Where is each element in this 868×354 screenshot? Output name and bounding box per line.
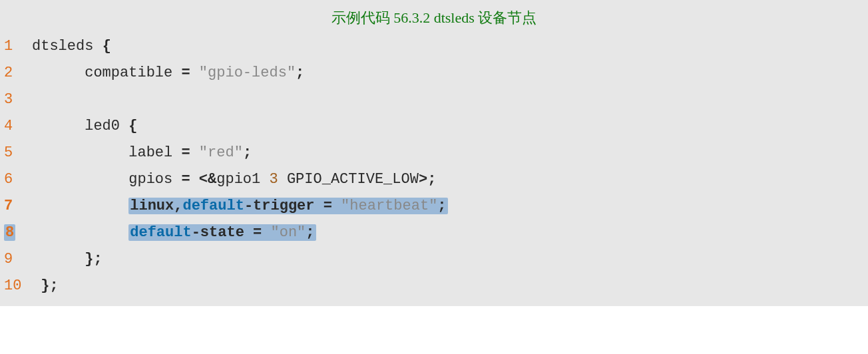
identifier: state: [200, 224, 253, 241]
code-content: label = "red";: [28, 140, 252, 166]
indent: [32, 171, 128, 188]
indent: [32, 251, 85, 267]
example-title: 示例代码 56.3.2 dtsleds 设备节点: [0, 5, 868, 33]
identifier: label: [128, 144, 181, 161]
selection-highlight: linux,default-trigger = "heartbeat";: [128, 198, 447, 214]
dash: -: [244, 198, 253, 214]
identifier: dtsleds: [32, 38, 103, 55]
code-content: gpios = <&gpio1 3 GPIO_ACTIVE_LOW>;: [28, 166, 436, 193]
identifier: gpio1: [216, 171, 269, 188]
angle-open: <&: [199, 171, 216, 188]
line-number-text: 8: [4, 224, 15, 241]
semicolon: ;: [437, 198, 446, 214]
code-line: 3: [0, 87, 868, 113]
code-line: 5 label = "red";: [0, 140, 868, 166]
identifier: led0: [85, 118, 128, 134]
indent: [32, 198, 128, 214]
code-line: 6 gpios = <&gpio1 3 GPIO_ACTIVE_LOW>;: [0, 166, 868, 193]
identifier: trigger: [253, 198, 324, 214]
string-literal: "gpio-leds": [199, 65, 296, 81]
code-content: default-state = "on";: [28, 220, 316, 246]
line-number: 10: [0, 273, 28, 299]
keyword: default: [130, 224, 191, 241]
brace-close: };: [41, 277, 58, 294]
line-number: 6: [0, 166, 28, 193]
line-number: 4: [0, 113, 28, 140]
code-line-selected: 7 linux,default-trigger = "heartbeat";: [0, 193, 868, 220]
space: [278, 171, 287, 188]
code-content: };: [28, 273, 59, 299]
operator: =: [253, 224, 270, 241]
code-content: linux,default-trigger = "heartbeat";: [28, 193, 448, 220]
brace: {: [103, 38, 111, 55]
string-literal: "red": [199, 144, 243, 161]
line-number: 5: [0, 140, 28, 166]
identifier: gpios: [128, 171, 181, 188]
code-content: led0 {: [28, 113, 137, 140]
indent: [32, 144, 128, 161]
code-content: };: [28, 246, 103, 273]
semicolon: ;: [306, 224, 314, 241]
selection-highlight: default-state = "on";: [128, 224, 316, 241]
identifier: compatible: [85, 65, 181, 81]
comma: ,: [174, 198, 182, 214]
indent: [32, 277, 41, 294]
indent: [32, 118, 85, 134]
line-number: 2: [0, 60, 28, 87]
macro: GPIO_ACTIVE_LOW: [287, 171, 419, 188]
code-line: 9 };: [0, 246, 868, 273]
code-content: dtsleds {: [28, 33, 111, 60]
keyword: default: [182, 198, 244, 214]
angle-close: >;: [419, 171, 436, 188]
code-content: compatible = "gpio-leds";: [28, 60, 304, 87]
code-line: 10 };: [0, 273, 868, 299]
string-literal: "heartbeat": [341, 198, 437, 214]
indent: [32, 65, 85, 81]
number-literal: 3: [269, 171, 278, 188]
identifier: linux: [130, 198, 174, 214]
operator: =: [181, 65, 198, 81]
brace: {: [128, 118, 137, 134]
semicolon: ;: [243, 144, 252, 161]
operator: =: [181, 144, 198, 161]
code-line-selected: 8 default-state = "on";: [0, 220, 868, 246]
operator: =: [324, 198, 341, 214]
line-number: 7: [0, 193, 28, 220]
code-example-block: 示例代码 56.3.2 dtsleds 设备节点 1 dtsleds { 2 c…: [0, 0, 868, 306]
line-number: 1: [0, 33, 28, 60]
line-number: 3: [0, 87, 28, 113]
string-literal: "on": [270, 224, 306, 241]
code-line: 2 compatible = "gpio-leds";: [0, 60, 868, 87]
indent: [32, 224, 128, 241]
semicolon: ;: [296, 65, 304, 81]
line-number: 8: [0, 220, 28, 246]
brace-close: };: [85, 251, 102, 267]
operator: =: [181, 171, 198, 188]
code-line: 1 dtsleds {: [0, 33, 868, 60]
code-line: 4 led0 {: [0, 113, 868, 140]
dash: -: [192, 224, 200, 241]
line-number: 9: [0, 246, 28, 273]
